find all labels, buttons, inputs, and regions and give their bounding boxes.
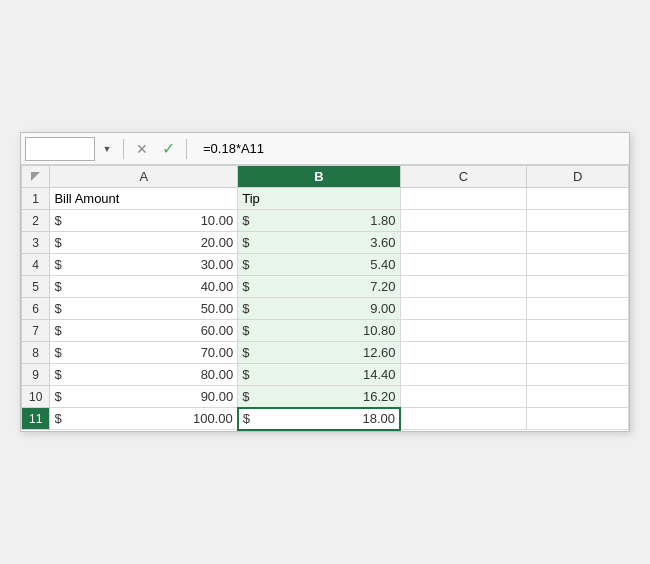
cell-a10[interactable]: $90.00 <box>50 386 238 408</box>
column-header-row: A B C D <box>22 166 629 188</box>
cell-c5[interactable] <box>400 276 527 298</box>
row-header-9[interactable]: 9 <box>22 364 50 386</box>
formula-bar: ▼ ✕ ✓ <box>21 133 629 165</box>
row-header-2[interactable]: 2 <box>22 210 50 232</box>
table-row: 4$30.00$5.40 <box>22 254 629 276</box>
cell-a2[interactable]: $10.00 <box>50 210 238 232</box>
table-row: 2$10.00$1.80 <box>22 210 629 232</box>
cell-d6[interactable] <box>527 298 629 320</box>
row-header-1[interactable]: 1 <box>22 188 50 210</box>
cell-d5[interactable] <box>527 276 629 298</box>
cell-b7[interactable]: $10.80 <box>238 320 400 342</box>
table-row: 7$60.00$10.80 <box>22 320 629 342</box>
spreadsheet-window: ▼ ✕ ✓ A B <box>20 132 630 432</box>
cell-d11[interactable] <box>527 408 629 430</box>
cell-b8[interactable]: $12.60 <box>238 342 400 364</box>
cell-a4[interactable]: $30.00 <box>50 254 238 276</box>
row-header-10[interactable]: 10 <box>22 386 50 408</box>
cell-b4[interactable]: $5.40 <box>238 254 400 276</box>
formula-icons: ✕ ✓ <box>132 139 178 158</box>
spreadsheet-table: A B C D 1Bill AmountTip2$10.00$1.803$20.… <box>21 165 629 431</box>
cell-c3[interactable] <box>400 232 527 254</box>
cell-b11[interactable]: $18.00 <box>238 408 400 430</box>
cell-d4[interactable] <box>527 254 629 276</box>
col-header-b[interactable]: B <box>238 166 400 188</box>
row-header-7[interactable]: 7 <box>22 320 50 342</box>
cell-c9[interactable] <box>400 364 527 386</box>
cell-c1[interactable] <box>400 188 527 210</box>
cell-b5[interactable]: $7.20 <box>238 276 400 298</box>
name-box[interactable] <box>25 137 95 161</box>
cell-a3[interactable]: $20.00 <box>50 232 238 254</box>
table-row: 3$20.00$3.60 <box>22 232 629 254</box>
cancel-icon[interactable]: ✕ <box>132 141 152 157</box>
table-row: 8$70.00$12.60 <box>22 342 629 364</box>
cell-a1[interactable]: Bill Amount <box>50 188 238 210</box>
formula-bar-divider1 <box>123 139 124 159</box>
cell-b6[interactable]: $9.00 <box>238 298 400 320</box>
cell-c2[interactable] <box>400 210 527 232</box>
cell-a9[interactable]: $80.00 <box>50 364 238 386</box>
cell-a8[interactable]: $70.00 <box>50 342 238 364</box>
cell-c8[interactable] <box>400 342 527 364</box>
formula-bar-divider2 <box>186 139 187 159</box>
cell-d8[interactable] <box>527 342 629 364</box>
cell-d10[interactable] <box>527 386 629 408</box>
cell-d2[interactable] <box>527 210 629 232</box>
row-header-6[interactable]: 6 <box>22 298 50 320</box>
grid-container: A B C D 1Bill AmountTip2$10.00$1.803$20.… <box>21 165 629 431</box>
cell-b2[interactable]: $1.80 <box>238 210 400 232</box>
table-row: 1Bill AmountTip <box>22 188 629 210</box>
cell-b1[interactable]: Tip <box>238 188 400 210</box>
row-header-11[interactable]: 11 <box>22 408 50 430</box>
cell-c4[interactable] <box>400 254 527 276</box>
cell-d3[interactable] <box>527 232 629 254</box>
row-header-8[interactable]: 8 <box>22 342 50 364</box>
cell-a6[interactable]: $50.00 <box>50 298 238 320</box>
table-row: 6$50.00$9.00 <box>22 298 629 320</box>
table-row: 10$90.00$16.20 <box>22 386 629 408</box>
cell-b10[interactable]: $16.20 <box>238 386 400 408</box>
row-header-3[interactable]: 3 <box>22 232 50 254</box>
row-header-5[interactable]: 5 <box>22 276 50 298</box>
corner-cell <box>22 166 50 188</box>
cell-b3[interactable]: $3.60 <box>238 232 400 254</box>
cell-c11[interactable] <box>400 408 527 430</box>
table-row: 9$80.00$14.40 <box>22 364 629 386</box>
name-box-dropdown[interactable]: ▼ <box>99 137 115 161</box>
cell-a5[interactable]: $40.00 <box>50 276 238 298</box>
cell-a11[interactable]: $100.00 <box>50 408 238 430</box>
table-row: 11$100.00$18.00 <box>22 408 629 430</box>
row-header-4[interactable]: 4 <box>22 254 50 276</box>
cell-c10[interactable] <box>400 386 527 408</box>
cell-c7[interactable] <box>400 320 527 342</box>
cell-d7[interactable] <box>527 320 629 342</box>
cell-c6[interactable] <box>400 298 527 320</box>
formula-input[interactable] <box>203 141 625 156</box>
cell-d9[interactable] <box>527 364 629 386</box>
col-header-c[interactable]: C <box>400 166 527 188</box>
table-row: 5$40.00$7.20 <box>22 276 629 298</box>
cell-d1[interactable] <box>527 188 629 210</box>
col-header-d[interactable]: D <box>527 166 629 188</box>
col-header-a[interactable]: A <box>50 166 238 188</box>
confirm-icon[interactable]: ✓ <box>158 139 178 158</box>
cell-a7[interactable]: $60.00 <box>50 320 238 342</box>
table-body: 1Bill AmountTip2$10.00$1.803$20.00$3.604… <box>22 188 629 430</box>
cell-b9[interactable]: $14.40 <box>238 364 400 386</box>
